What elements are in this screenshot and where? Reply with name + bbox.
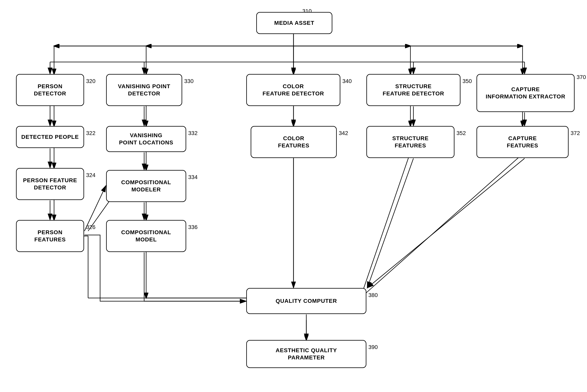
svg-line-51	[367, 158, 413, 288]
svg-line-46	[85, 186, 106, 231]
svg-line-52	[368, 158, 524, 288]
main-svg	[0, 0, 587, 392]
